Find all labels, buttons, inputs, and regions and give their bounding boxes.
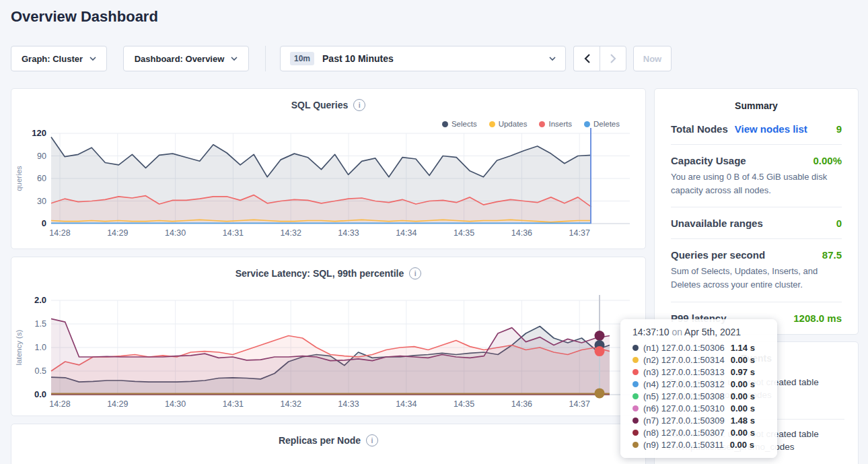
now-button[interactable]: Now (633, 46, 672, 71)
legend-label: Inserts (548, 120, 572, 128)
svg-text:2.0: 2.0 (34, 295, 46, 305)
series-color-dot (632, 405, 639, 411)
legend-item-updates[interactable]: Updates (489, 120, 528, 128)
sql-queries-panel: SQL Queries i SelectsUpdatesInsertsDelet… (11, 88, 646, 249)
svg-text:queries: queries (15, 166, 23, 191)
tooltip-row: (n3) 127.0.0.1:503130.97 s (632, 366, 777, 378)
tooltip-node-label: (n2) 127.0.0.1:50314 (643, 355, 725, 365)
info-icon[interactable]: i (353, 99, 365, 111)
legend-label: Updates (499, 120, 528, 128)
svg-text:14:34: 14:34 (396, 228, 417, 238)
time-prev-button[interactable] (573, 46, 600, 71)
summary-label: Queries per second (671, 249, 765, 261)
chevron-down-icon (89, 57, 96, 61)
svg-text:14:30: 14:30 (165, 228, 186, 238)
time-range-dropdown[interactable]: 10m Past 10 Minutes (280, 46, 566, 71)
tooltip-node-value: 0.00 s (731, 403, 755, 413)
time-range-label: Past 10 Minutes (322, 53, 394, 64)
svg-text:0.0: 0.0 (34, 389, 46, 399)
svg-text:14:33: 14:33 (338, 399, 359, 409)
summary-row-top: Unavailable ranges0 (671, 218, 842, 229)
legend-item-selects[interactable]: Selects (442, 120, 477, 128)
tooltip-node-value: 1.48 s (731, 416, 755, 426)
series-color-dot (632, 418, 639, 424)
toolbar-divider (265, 46, 266, 71)
tooltip-row: (n7) 127.0.0.1:503091.48 s (632, 414, 777, 426)
info-icon[interactable]: i (409, 267, 421, 279)
tooltip-node-label: (n6) 127.0.0.1:50310 (643, 403, 725, 413)
svg-text:14:37: 14:37 (569, 399, 590, 409)
view-nodes-list-link[interactable]: View nodes list (735, 123, 807, 135)
series-color-dot (632, 430, 639, 436)
info-icon[interactable]: i (366, 434, 378, 446)
time-range-badge: 10m (290, 52, 314, 65)
summary-value: 87.5 (822, 249, 842, 261)
summary-label: Capacity Usage (671, 155, 746, 166)
chevron-down-icon (231, 57, 238, 61)
svg-text:14:37: 14:37 (569, 228, 590, 238)
sql-queries-chart[interactable]: 14:2814:2914:3014:3114:3214:3314:3414:35… (11, 125, 647, 245)
graph-dropdown[interactable]: Graph: Cluster (11, 46, 107, 71)
chart-title: SQL Queries (291, 100, 349, 110)
chart-hover-tooltip: 14:37:10 on Apr 5th, 2021 (n1) 127.0.0.1… (620, 319, 777, 458)
svg-text:14:29: 14:29 (107, 399, 128, 409)
series-color-dot (632, 345, 639, 351)
legend-dot (584, 121, 590, 127)
dashboard-dropdown-label: Dashboard: Overview (135, 54, 225, 64)
series-color-dot (632, 381, 639, 387)
summary-row: Unavailable ranges0 (671, 207, 842, 239)
tooltip-row: (n8) 127.0.0.1:503070.00 s (632, 426, 777, 438)
tooltip-node-label: (n3) 127.0.0.1:50313 (643, 367, 725, 377)
svg-text:0: 0 (42, 218, 46, 228)
chart-legend: SelectsUpdatesInsertsDeletes (442, 120, 620, 128)
replicas-per-node-panel: Replicas per Node i (11, 424, 646, 464)
tooltip-timestamp: 14:37:10 on Apr 5th, 2021 (632, 327, 777, 337)
chevron-right-icon (610, 54, 616, 63)
tooltip-node-label: (n1) 127.0.0.1:50306 (643, 343, 725, 353)
tooltip-row: (n6) 127.0.0.1:503100.00 s (632, 402, 777, 414)
summary-row: Total NodesView nodes list9 (671, 113, 842, 145)
summary-value: 9 (836, 123, 842, 135)
tooltip-node-label: (n9) 127.0.0.1:50311 (643, 440, 724, 450)
tooltip-row: (n1) 127.0.0.1:503061.14 s (632, 341, 777, 354)
service-latency-panel: Service Latency: SQL, 99th percentile i … (11, 257, 646, 416)
svg-text:14:32: 14:32 (281, 399, 301, 409)
overview-dashboard-page: Overview Dashboard Graph: Cluster Dashbo… (0, 0, 868, 464)
service-latency-chart[interactable]: 14:2814:2914:3014:3114:3214:3314:3414:35… (11, 291, 647, 416)
svg-text:14:34: 14:34 (396, 399, 417, 409)
svg-text:1.0: 1.0 (35, 343, 46, 352)
tooltip-node-value: 0.00 s (730, 440, 754, 450)
tooltip-node-label: (n4) 127.0.0.1:50312 (643, 379, 725, 389)
tooltip-row: (n2) 127.0.0.1:503140.00 s (632, 354, 777, 366)
chart-title: Service Latency: SQL, 99th percentile (236, 268, 404, 279)
svg-text:0.5: 0.5 (35, 366, 46, 376)
summary-row-top: Capacity Usage0.00% (671, 155, 842, 166)
svg-text:14:30: 14:30 (165, 399, 186, 409)
svg-text:14:28: 14:28 (49, 228, 70, 238)
svg-text:14:35: 14:35 (454, 399, 474, 409)
legend-label: Selects (451, 120, 477, 128)
tooltip-node-value: 0.97 s (731, 367, 755, 377)
summary-value: 1208.0 ms (793, 312, 842, 324)
dashboard-dropdown[interactable]: Dashboard: Overview (123, 46, 249, 71)
tooltip-time: 14:37:10 (632, 327, 670, 337)
svg-text:14:29: 14:29 (107, 228, 128, 238)
summary-row: Capacity Usage0.00%You are using 0 B of … (671, 145, 842, 207)
tooltip-node-value: 0.00 s (731, 428, 755, 438)
summary-panel: Summary Total NodesView nodes list9Capac… (654, 88, 859, 335)
svg-text:14:35: 14:35 (454, 228, 474, 238)
legend-dot (489, 121, 495, 127)
svg-text:90: 90 (37, 152, 46, 161)
series-color-dot (632, 369, 639, 375)
time-next-button[interactable] (600, 46, 626, 71)
summary-value: 0 (836, 218, 842, 229)
svg-text:14:31: 14:31 (223, 399, 244, 409)
summary-value: 0.00% (813, 155, 842, 166)
legend-item-inserts[interactable]: Inserts (539, 120, 572, 128)
summary-row-top: Total NodesView nodes list9 (671, 123, 842, 135)
legend-item-deletes[interactable]: Deletes (584, 120, 620, 128)
summary-rows: Total NodesView nodes list9Capacity Usag… (671, 113, 842, 333)
legend-dot (442, 121, 448, 127)
tooltip-node-label: (n7) 127.0.0.1:50309 (643, 416, 725, 426)
tooltip-node-value: 1.14 s (731, 343, 755, 353)
